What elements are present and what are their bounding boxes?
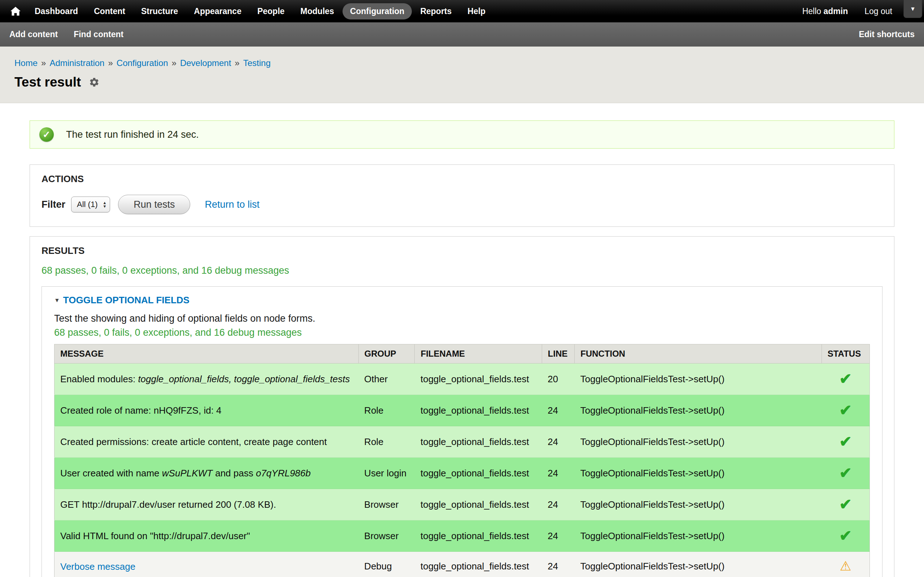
cell-filename: toggle_optional_fields.test [415, 552, 542, 577]
breadcrumb-separator: » [234, 58, 239, 68]
cell-function: ToggleOptionalFieldsTest->setUp() [575, 364, 822, 395]
results-panel: RESULTS 68 passes, 0 fails, 0 exceptions… [30, 236, 894, 577]
shortcut-item-find-content[interactable]: Find content [74, 29, 123, 39]
column-header-group: GROUP [359, 344, 415, 364]
column-header-message: MESSAGE [55, 344, 359, 364]
filter-label: Filter [42, 199, 65, 210]
cell-function: ToggleOptionalFieldsTest->setUp() [575, 426, 822, 458]
breadcrumb-separator: » [108, 58, 113, 68]
cell-status: ⚠ [822, 552, 869, 577]
cell-line: 20 [542, 364, 574, 395]
test-group-panel: ▼ TOGGLE OPTIONAL FIELDS Test the showin… [42, 286, 882, 577]
cell-message: User created with name wSuPLKWT and pass… [55, 458, 359, 489]
breadcrumb-link-administration[interactable]: Administration [50, 58, 104, 68]
table-row: User created with name wSuPLKWT and pass… [55, 458, 870, 489]
pass-check-icon: ✔ [839, 433, 852, 450]
actions-row: Filter All (1) ▲ ▼ Run tests Return to l… [42, 195, 882, 214]
title-row: Test result [15, 75, 909, 90]
toolbar-item-content[interactable]: Content [86, 3, 133, 19]
cell-function: ToggleOptionalFieldsTest->setUp() [575, 489, 822, 521]
cell-line: 24 [542, 521, 574, 552]
results-summary: 68 passes, 0 fails, 0 exceptions, and 16… [42, 265, 882, 276]
page-title: Test result [15, 75, 81, 90]
filter-select[interactable]: All (1) ▲ ▼ [71, 197, 110, 213]
breadcrumb-link-testing[interactable]: Testing [243, 58, 271, 68]
cell-group: User login [359, 458, 415, 489]
cell-message: Created permissions: create article cont… [55, 426, 359, 458]
cell-line: 24 [542, 458, 574, 489]
toolbar-item-reports[interactable]: Reports [412, 3, 459, 19]
table-body: Enabled modules: toggle_optional_fields,… [55, 364, 870, 577]
status-text: The test run finished in 24 sec. [66, 129, 199, 140]
cell-group: Role [359, 426, 415, 458]
results-table: MESSAGEGROUPFILENAMELINEFUNCTIONSTATUS E… [54, 344, 870, 577]
test-group-description: Test the showing and hiding of optional … [54, 313, 870, 324]
return-to-list-link[interactable]: Return to list [205, 199, 260, 210]
cell-message: Valid HTML found on "http://drupal7.dev/… [55, 521, 359, 552]
cell-status: ✔ [822, 426, 869, 458]
toolbar-item-people[interactable]: People [250, 3, 292, 19]
cell-group: Browser [359, 489, 415, 521]
table-row: GET http://drupal7.dev/user returned 200… [55, 489, 870, 521]
breadcrumb-link-development[interactable]: Development [180, 58, 231, 68]
cell-message: GET http://drupal7.dev/user returned 200… [55, 489, 359, 521]
pass-check-icon: ✔ [839, 527, 852, 544]
home-icon[interactable] [6, 3, 25, 19]
message-text: Enabled modules: [60, 374, 138, 384]
breadcrumb-separator: » [41, 58, 46, 68]
test-group-toggle[interactable]: ▼ TOGGLE OPTIONAL FIELDS [54, 295, 189, 306]
cell-line: 24 [542, 395, 574, 426]
table-row: Enabled modules: toggle_optional_fields,… [55, 364, 870, 395]
test-group-title: TOGGLE OPTIONAL FIELDS [63, 295, 189, 306]
toolbar-item-dashboard[interactable]: Dashboard [27, 3, 86, 19]
main-content: ✓ The test run finished in 24 sec. ACTIO… [0, 103, 924, 577]
select-arrows-icon: ▲ ▼ [102, 201, 107, 208]
toolbar-item-structure[interactable]: Structure [134, 3, 186, 19]
message-text: and pass [213, 468, 256, 479]
cell-line: 24 [542, 552, 574, 577]
breadcrumb-separator: » [172, 58, 176, 68]
account-link[interactable]: Hello admin [802, 6, 848, 16]
cell-filename: toggle_optional_fields.test [415, 395, 542, 426]
logout-link[interactable]: Log out [864, 6, 892, 16]
check-glyph: ✓ [43, 130, 50, 139]
cell-group: Other [359, 364, 415, 395]
status-check-icon: ✓ [39, 127, 54, 142]
cell-status: ✔ [822, 395, 869, 426]
verbose-message-link[interactable]: Verbose message [60, 561, 135, 572]
chevron-down-icon: ▼ [910, 6, 916, 12]
cell-group: Role [359, 395, 415, 426]
toolbar-toggle-button[interactable]: ▼ [903, 0, 922, 18]
edit-shortcuts-link[interactable]: Edit shortcuts [859, 29, 914, 39]
toolbar-item-modules[interactable]: Modules [293, 3, 341, 19]
admin-toolbar: DashboardContentStructureAppearancePeopl… [0, 0, 924, 23]
table-row: Created role of name: nHQ9fFZS, id: 4Rol… [55, 395, 870, 426]
cell-filename: toggle_optional_fields.test [415, 426, 542, 458]
cell-line: 24 [542, 489, 574, 521]
pass-check-icon: ✔ [839, 371, 852, 387]
toolbar-item-configuration[interactable]: Configuration [342, 3, 412, 19]
toolbar-item-help[interactable]: Help [460, 3, 493, 19]
house-icon-glyph [10, 6, 21, 16]
message-text: Created permissions: create article cont… [60, 436, 327, 447]
pass-check-icon: ✔ [839, 464, 852, 482]
cell-status: ✔ [822, 364, 869, 395]
cell-filename: toggle_optional_fields.test [415, 521, 542, 552]
breadcrumb-link-home[interactable]: Home [15, 58, 37, 68]
test-group-summary: 68 passes, 0 fails, 0 exceptions, and 16… [54, 327, 870, 338]
cell-function: ToggleOptionalFieldsTest->setUp() [575, 552, 822, 577]
breadcrumb-link-configuration[interactable]: Configuration [116, 58, 168, 68]
column-header-line: LINE [542, 344, 574, 364]
shortcut-menu: Add contentFind content [10, 29, 139, 39]
run-tests-button[interactable]: Run tests [118, 195, 190, 214]
filter-select-value: All (1) [77, 200, 97, 209]
toolbar-account-area: Hello admin Log out [802, 6, 892, 16]
cell-group: Debug [359, 552, 415, 577]
gear-icon[interactable] [89, 77, 100, 88]
actions-panel: ACTIONS Filter All (1) ▲ ▼ Run tests Ret… [30, 164, 894, 227]
message-emphasis: wSuPLKWT [162, 468, 213, 479]
pass-check-icon: ✔ [839, 402, 852, 419]
shortcut-item-add-content[interactable]: Add content [10, 29, 58, 39]
message-text: Created role of name: nHQ9fFZS, id: 4 [60, 405, 221, 416]
toolbar-item-appearance[interactable]: Appearance [186, 3, 249, 19]
